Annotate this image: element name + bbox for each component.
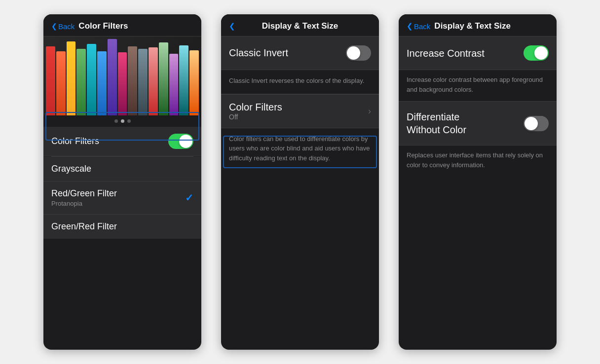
pencils-row: [43, 36, 201, 115]
classic-invert-toggle[interactable]: [346, 45, 371, 61]
classic-invert-description: Classic Invert reverses the colors of th…: [229, 76, 371, 86]
chevron-left-icon: ❮: [51, 22, 57, 30]
grayscale-label: Grayscale: [51, 164, 91, 174]
color-filters-description-block: Color filters can be used to differentia…: [221, 128, 379, 171]
diff-without-color-row: Differentiate Without Color: [399, 101, 557, 146]
dots-indicator: [43, 115, 201, 127]
diff-without-color-description: Replaces user interface items that rely …: [407, 150, 549, 170]
cf-sub-label: Off: [229, 113, 282, 121]
panel3-back-button[interactable]: ❮ Back: [407, 22, 430, 31]
color-filters-description: Color filters can be used to differentia…: [229, 134, 371, 163]
pencil-5: [87, 44, 96, 115]
pencil-1: [46, 46, 55, 115]
dot-1: [114, 119, 118, 123]
toggle-thumb-2: [347, 46, 360, 60]
color-filters-nav-row[interactable]: Color Filters Off ›: [221, 94, 379, 128]
panel2-back-button[interactable]: ❮: [229, 22, 235, 31]
pencil-10: [138, 49, 148, 115]
color-filters-toggle[interactable]: [168, 134, 193, 149]
pencil-3: [67, 41, 76, 115]
pencil-11: [149, 47, 158, 115]
panel2-title: Display & Text Size: [262, 21, 338, 31]
cf-left: Color Filters Off: [229, 102, 282, 121]
panel1-header: ❮ Back Color Filters: [43, 14, 201, 36]
increase-contrast-toggle[interactable]: [524, 45, 549, 61]
panel3-header: ❮ Back Display & Text Size: [399, 14, 557, 36]
diff-without-color-label: Differentiate Without Color: [407, 110, 495, 136]
toggle-thumb: [179, 135, 192, 148]
options-list: Grayscale Red/Green Filter Protanopia ✓ …: [43, 157, 201, 239]
pencils-image: [43, 36, 201, 115]
toggle-thumb-3: [534, 46, 548, 60]
panel3-back-label: Back: [414, 22, 430, 31]
classic-invert-row: Classic Invert: [221, 36, 379, 70]
increase-contrast-description: Increase color contrast between app fore…: [407, 75, 549, 94]
panel-display-text-size: ❮ Display & Text Size Classic Invert Cla…: [221, 14, 379, 350]
option-red-green[interactable]: Red/Green Filter Protanopia ✓: [43, 181, 201, 214]
classic-invert-description-block: Classic Invert reverses the colors of th…: [221, 70, 379, 94]
red-green-sublabel: Protanopia: [51, 200, 117, 207]
pencil-9: [128, 46, 137, 115]
classic-invert-label: Classic Invert: [229, 47, 288, 59]
pencil-12: [159, 42, 168, 115]
checkmark-icon: ✓: [185, 192, 193, 204]
option-red-green-labels: Red/Green Filter Protanopia: [51, 188, 117, 207]
dot-3: [127, 119, 131, 123]
pencil-6: [97, 51, 107, 115]
color-filters-label: Color Filters: [51, 136, 99, 146]
panel2-header: ❮ Display & Text Size: [221, 14, 379, 36]
option-green-red[interactable]: Green/Red Filter: [43, 214, 201, 239]
pencil-14: [179, 45, 188, 115]
pencil-4: [76, 49, 86, 115]
panel-display-text-size-3: ❮ Back Display & Text Size Increase Cont…: [399, 14, 557, 350]
option-green-red-labels: Green/Red Filter: [51, 221, 117, 232]
green-red-label: Green/Red Filter: [51, 221, 117, 232]
pencil-13: [169, 54, 179, 115]
increase-contrast-label: Increase Contrast: [407, 47, 485, 60]
panel-color-filters: ❮ Back Color Filters: [43, 14, 201, 350]
option-grayscale-labels: Grayscale: [51, 164, 91, 174]
diff-without-color-description-block: Replaces user interface items that rely …: [399, 146, 557, 177]
cf-main-label: Color Filters: [229, 102, 282, 113]
cf-chevron-icon: ›: [368, 106, 371, 116]
increase-contrast-row: Increase Contrast: [399, 36, 557, 70]
color-filters-toggle-row: Color Filters: [43, 127, 201, 156]
option-grayscale[interactable]: Grayscale: [43, 157, 201, 181]
pencil-8: [118, 52, 127, 115]
chevron-left-icon-2: ❮: [229, 22, 235, 31]
toggle-thumb-4: [525, 117, 538, 130]
diff-without-color-toggle[interactable]: [524, 116, 549, 131]
back-label: Back: [58, 22, 75, 31]
panel1-title: Color Filters: [78, 21, 128, 31]
red-green-label: Red/Green Filter: [51, 188, 117, 199]
back-button[interactable]: ❮ Back: [51, 22, 75, 31]
pencil-2: [56, 51, 66, 115]
chevron-left-icon-3: ❮: [407, 22, 413, 31]
pencil-15: [189, 50, 199, 115]
dot-2: [121, 119, 124, 123]
increase-contrast-description-block: Increase color contrast between app fore…: [399, 70, 557, 101]
pencil-7: [108, 39, 117, 115]
panel3-title: Display & Text Size: [434, 21, 511, 31]
